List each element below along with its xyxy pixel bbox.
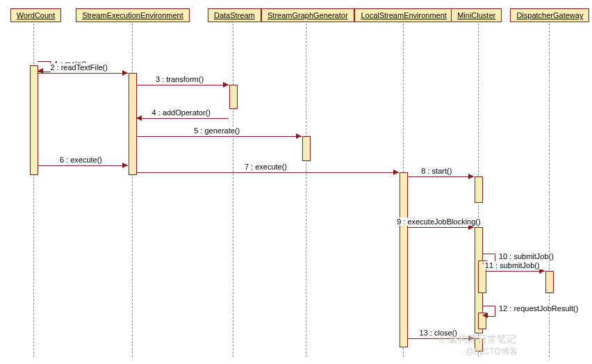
activation-dg xyxy=(545,271,554,293)
lifeline-head-mc: MiniCluster xyxy=(451,8,502,22)
msg-label-12: 12 : requestJobResult() xyxy=(498,304,579,313)
arrow-8 xyxy=(468,174,474,179)
arrow-3 xyxy=(223,82,229,88)
msg-line-13 xyxy=(407,338,474,339)
activation-see xyxy=(129,73,137,175)
activation-lse xyxy=(400,172,408,347)
activation-sgg xyxy=(302,136,311,161)
msg-label-8: 8 : start() xyxy=(420,167,453,175)
lifeline-head-wc: WordCount xyxy=(10,8,61,22)
activation-mc xyxy=(475,338,483,351)
msg-line-4 xyxy=(136,118,229,119)
msg-label-9: 9 : executeJobBlocking() xyxy=(395,217,482,226)
activation-mc xyxy=(475,176,483,203)
arrow-2 xyxy=(122,70,128,76)
lifeline-head-ds: DataStream xyxy=(208,8,261,22)
watermark-line2: @51CTO博客 xyxy=(466,346,518,358)
msg-label-7: 7 : execute() xyxy=(243,163,288,171)
arrow-13 xyxy=(468,336,474,341)
msg-label-11: 11 : submitJob() xyxy=(484,261,541,270)
msg-line-9 xyxy=(407,227,474,228)
msg-line-5 xyxy=(136,136,302,137)
lifeline-head-sgg: StreamGraphGenerator xyxy=(261,8,354,22)
msg-line-3 xyxy=(136,85,229,85)
lifeline-head-lse: LocalStreamEnvironment xyxy=(354,8,453,22)
arrow-12 xyxy=(482,313,488,318)
arrow-7 xyxy=(393,169,399,175)
arrow-6 xyxy=(122,163,128,168)
lifeline-head-see: StreamExecutionEnvironment xyxy=(76,8,190,22)
msg-label-10: 10 : submitJob() xyxy=(498,252,555,260)
msg-label-2: 2 : readTextFile() xyxy=(49,63,109,72)
msg-label-5: 5 : generate() xyxy=(192,126,241,135)
lifeline-sgg xyxy=(306,24,306,357)
arrow-4 xyxy=(136,115,142,121)
msg-line-8 xyxy=(407,176,474,177)
arrow-5 xyxy=(296,133,302,139)
lifeline-head-dg: DispatcherGateway xyxy=(510,8,589,22)
activation-ds xyxy=(229,85,238,109)
msg-line-7 xyxy=(136,172,399,173)
msg-line-6 xyxy=(38,165,128,166)
arrow-1 xyxy=(38,68,43,74)
msg-line-2 xyxy=(38,73,128,74)
activation-wc xyxy=(30,65,38,175)
msg-line-11 xyxy=(482,271,545,272)
msg-label-4: 4 : addOperator() xyxy=(151,108,212,117)
msg-label-3: 3 : transform() xyxy=(154,75,205,83)
sequence-diagram: WordCountStreamExecutionEnvironmentDataS… xyxy=(0,0,592,364)
msg-label-6: 6 : execute() xyxy=(58,156,104,164)
msg-label-13: 13 : close() xyxy=(418,329,459,337)
lifeline-ds xyxy=(233,24,233,357)
